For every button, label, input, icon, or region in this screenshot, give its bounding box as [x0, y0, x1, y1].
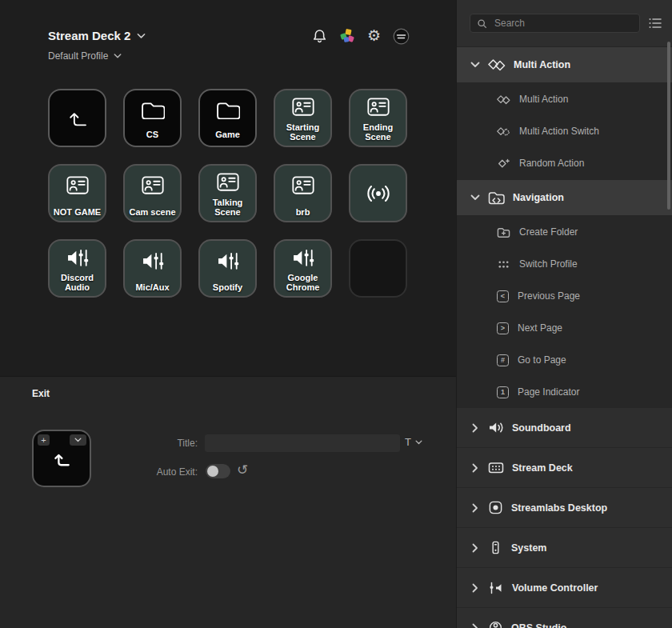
scrollbar[interactable] — [667, 42, 670, 210]
group-multi-action: Multi Action Multi Action Multi Action S… — [457, 46, 672, 179]
group-header-navigation[interactable]: Navigation — [457, 179, 672, 216]
deck-key-mic-aux[interactable]: Mic/Aux — [123, 239, 182, 298]
action-label: Create Folder — [519, 226, 578, 238]
icon-options-button[interactable] — [70, 434, 86, 446]
action-switch-profile[interactable]: Switch Profile — [457, 248, 672, 280]
deck-key-ending-scene[interactable]: Ending Scene — [349, 89, 407, 147]
title-field-label: Title: — [112, 437, 198, 450]
marketplace-button[interactable] — [338, 27, 355, 45]
key-grid: CS Game Starting Scene Ending Scene — [48, 89, 407, 298]
chevron-down-icon — [137, 33, 146, 39]
chevron-down-icon — [74, 437, 82, 443]
deck-key-brb[interactable]: brb — [274, 164, 332, 222]
chevron-down-icon — [415, 439, 422, 446]
deck-key-spotify[interactable]: Spotify — [198, 239, 257, 298]
profile-dropdown[interactable]: Default Profile — [48, 50, 122, 62]
group-label: Soundboard — [512, 422, 571, 434]
title-input[interactable] — [205, 434, 400, 452]
group-navigation: Navigation Create Folder Switch Profile … — [457, 179, 672, 408]
deck-key-label: Talking Scene — [202, 198, 254, 217]
chevron-right-icon — [470, 582, 480, 593]
bell-icon — [312, 28, 327, 44]
deck-key-label: CS — [126, 130, 178, 139]
multi-action-switch-icon — [497, 126, 510, 138]
deck-key-live[interactable] — [349, 164, 407, 222]
deck-key-discord-audio[interactable]: Discord Audio — [48, 239, 106, 298]
action-label: Random Action — [519, 158, 584, 169]
page-indicator-icon: 1 — [497, 386, 509, 398]
deck-key-label: Google Chrome — [277, 273, 329, 292]
sidebar-search-row — [457, 0, 672, 46]
glyph: > — [501, 324, 505, 332]
deck-key-label: Cam scene — [126, 207, 178, 217]
streamlabs-desktop-icon — [488, 500, 503, 515]
chevron-right-icon — [470, 502, 480, 513]
plus-icon: + — [41, 435, 46, 445]
group-header-multi-action[interactable]: Multi Action — [457, 46, 672, 83]
action-label: Multi Action — [519, 94, 568, 105]
reset-icon: ↺ — [237, 462, 248, 478]
deck-key-cam-scene[interactable]: Cam scene — [123, 164, 182, 222]
deck-key-cs-folder[interactable]: CS — [123, 89, 182, 147]
group-label: Stream Deck — [512, 462, 573, 474]
audio-mixer-icon — [142, 251, 164, 271]
group-label: Volume Controller — [512, 582, 598, 594]
chevron-right-icon — [470, 462, 480, 473]
action-label: Switch Profile — [519, 258, 578, 270]
search-input[interactable] — [493, 17, 633, 30]
action-previous-page[interactable]: < Previous Page — [457, 280, 672, 312]
chevron-right-icon — [470, 542, 480, 553]
group-header-streamlabs-desktop[interactable]: Streamlabs Desktop — [457, 488, 672, 528]
action-label: Go to Page — [518, 354, 566, 366]
previous-page-icon: < — [497, 290, 509, 302]
gear-icon: ⚙ — [367, 28, 381, 44]
action-create-folder[interactable]: Create Folder — [457, 216, 672, 248]
action-page-indicator[interactable]: 1 Page Indicator — [457, 376, 672, 408]
notifications-button[interactable] — [311, 27, 328, 45]
system-icon — [488, 540, 503, 555]
action-go-to-page[interactable]: # Go to Page — [457, 344, 672, 376]
reset-button[interactable]: ↺ — [237, 462, 248, 478]
action-multi-action[interactable]: Multi Action — [457, 83, 672, 115]
action-multi-action-switch[interactable]: Multi Action Switch — [457, 115, 672, 147]
group-header-volume-controller[interactable]: Volume Controller — [457, 568, 672, 608]
group-label: Streamlabs Desktop — [511, 502, 607, 514]
action-label: Page Indicator — [518, 386, 579, 398]
auto-exit-toggle[interactable] — [206, 464, 230, 478]
deck-key-google-chrome[interactable]: Google Chrome — [274, 239, 332, 298]
device-title: Stream Deck 2 — [48, 29, 130, 42]
multi-action-icon — [497, 94, 510, 106]
deck-key-empty[interactable] — [349, 239, 407, 298]
group-header-system[interactable]: System — [457, 528, 672, 568]
list-view-button[interactable] — [648, 17, 662, 30]
chevron-right-icon — [470, 622, 480, 628]
deck-key-back[interactable] — [48, 89, 106, 147]
action-random-action[interactable]: Random Action — [457, 147, 672, 179]
deck-key-starting-scene[interactable]: Starting Scene — [274, 89, 332, 147]
group-header-soundboard[interactable]: Soundboard — [457, 408, 672, 448]
group-header-stream-deck[interactable]: Stream Deck — [457, 448, 672, 488]
font-options-button[interactable]: T — [405, 436, 422, 448]
deck-key-game-folder[interactable]: Game — [198, 89, 257, 147]
group-header-obs-studio[interactable]: OBS Studio — [457, 608, 672, 628]
chevron-down-icon — [470, 60, 480, 70]
audio-mixer-icon — [217, 251, 239, 271]
deck-key-not-game[interactable]: NOT GAME — [48, 164, 106, 222]
status-badge-icon — [393, 28, 410, 45]
action-next-page[interactable]: > Next Page — [457, 312, 672, 344]
property-inspector: Exit + Title: T Auto Exit: ↺ — [0, 376, 456, 628]
scene-icon — [367, 98, 390, 116]
status-badge-button[interactable] — [393, 27, 410, 45]
deck-key-label: Game — [202, 130, 254, 139]
device-title-dropdown[interactable]: Stream Deck 2 — [48, 29, 146, 42]
navigation-icon — [488, 190, 505, 206]
create-folder-icon — [497, 226, 510, 238]
back-arrow-icon — [66, 106, 90, 130]
search-box[interactable] — [470, 14, 640, 33]
add-icon-button[interactable]: + — [38, 434, 50, 446]
go-to-page-icon: # — [497, 354, 509, 366]
settings-button[interactable]: ⚙ — [366, 27, 382, 45]
action-label: Multi Action Switch — [519, 126, 599, 137]
actions-sidebar: Multi Action Multi Action Multi Action S… — [456, 0, 672, 628]
deck-key-talking-scene[interactable]: Talking Scene — [198, 164, 257, 222]
